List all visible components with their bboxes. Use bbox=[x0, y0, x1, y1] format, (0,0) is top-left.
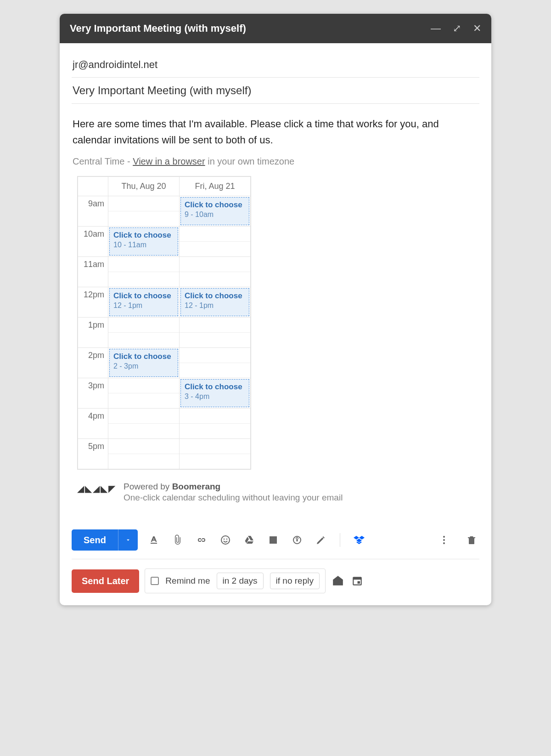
compose-window: Very Important Meeting (with myself) — ⤢… bbox=[60, 14, 491, 605]
time-slot[interactable]: Click to choose12 - 1pm bbox=[180, 288, 249, 316]
boomerang-logo-icon: ◢◣◢◣◤ bbox=[77, 482, 116, 494]
help-icon[interactable]: ? bbox=[331, 574, 345, 588]
hour-label: 2pm bbox=[78, 348, 108, 378]
day-header: Fri, Aug 21 bbox=[180, 177, 251, 196]
timezone-prefix: Central Time - bbox=[73, 156, 133, 166]
to-field[interactable]: jr@androidintel.net bbox=[72, 52, 479, 78]
remind-condition-select[interactable]: if no reply bbox=[270, 573, 320, 589]
time-slot[interactable]: Click to choose9 - 10am bbox=[180, 197, 249, 225]
empty-cell bbox=[108, 318, 180, 348]
close-icon[interactable]: ✕ bbox=[473, 23, 481, 34]
powered-line1: Powered by Boomerang bbox=[124, 482, 343, 492]
time-slot[interactable]: Click to choose12 - 1pm bbox=[109, 288, 178, 316]
remind-label: Remind me bbox=[165, 576, 210, 586]
empty-cell bbox=[180, 257, 251, 287]
hour-label: 4pm bbox=[78, 409, 108, 439]
hour-label: 9am bbox=[78, 196, 108, 227]
window-title: Very Important Meeting (with myself) bbox=[70, 23, 246, 34]
body-text[interactable]: Here are some times that I'm available. … bbox=[72, 104, 479, 156]
hour-label: 10am bbox=[78, 227, 108, 257]
svg-point-1 bbox=[224, 539, 225, 540]
svg-point-6 bbox=[443, 539, 445, 541]
send-button-group: Send bbox=[72, 529, 138, 551]
send-dropdown[interactable] bbox=[118, 529, 138, 551]
emoji-icon[interactable] bbox=[218, 532, 233, 548]
timezone-suffix: in your own timezone bbox=[205, 156, 295, 166]
availability-calendar: Thu, Aug 20Fri, Aug 219amClick to choose… bbox=[77, 176, 251, 470]
svg-rect-11 bbox=[358, 581, 360, 583]
subject-field[interactable]: Very Important Meeting (with myself) bbox=[72, 78, 479, 104]
empty-cell bbox=[180, 409, 251, 439]
empty-cell bbox=[180, 348, 251, 378]
attach-file-icon[interactable] bbox=[170, 532, 186, 548]
svg-point-0 bbox=[221, 536, 230, 544]
delete-icon[interactable] bbox=[464, 532, 479, 548]
hour-label: 1pm bbox=[78, 318, 108, 348]
empty-cell bbox=[180, 227, 251, 257]
timezone-line: Central Time - View in a browser in your… bbox=[72, 156, 479, 173]
hour-label: 12pm bbox=[78, 287, 108, 318]
expand-icon[interactable]: ⤢ bbox=[453, 23, 461, 34]
svg-rect-4 bbox=[296, 539, 298, 541]
day-header: Thu, Aug 20 bbox=[108, 177, 180, 196]
time-slot[interactable]: Click to choose10 - 11am bbox=[109, 227, 178, 256]
hour-label: 11am bbox=[78, 257, 108, 287]
svg-text:?: ? bbox=[336, 579, 339, 585]
pen-icon[interactable] bbox=[313, 532, 329, 548]
view-in-browser-link[interactable]: View in a browser bbox=[133, 156, 205, 166]
time-slot[interactable]: Click to choose3 - 4pm bbox=[180, 379, 249, 407]
confidential-mode-icon[interactable] bbox=[289, 532, 305, 548]
empty-cell bbox=[108, 378, 180, 409]
insert-image-icon[interactable] bbox=[265, 532, 281, 548]
dropbox-icon[interactable] bbox=[351, 532, 367, 548]
hour-label: 3pm bbox=[78, 378, 108, 409]
powered-line2: One-click calendar scheduling without le… bbox=[124, 493, 343, 503]
toolbar-divider bbox=[340, 533, 340, 547]
calendar-icon[interactable] bbox=[350, 574, 364, 588]
send-button[interactable]: Send bbox=[72, 529, 118, 551]
powered-by: ◢◣◢◣◤ Powered by Boomerang One-click cal… bbox=[72, 475, 479, 517]
empty-cell bbox=[108, 409, 180, 439]
svg-point-5 bbox=[443, 536, 445, 538]
empty-cell bbox=[180, 318, 251, 348]
remind-group: Remind me in 2 days if no reply bbox=[145, 568, 326, 593]
empty-cell bbox=[108, 257, 180, 287]
empty-cell bbox=[180, 439, 251, 469]
time-slot[interactable]: Click to choose2 - 3pm bbox=[109, 349, 178, 377]
svg-rect-10 bbox=[353, 578, 361, 580]
drive-icon[interactable] bbox=[242, 532, 257, 548]
insert-link-icon[interactable] bbox=[194, 532, 209, 548]
empty-cell bbox=[108, 439, 180, 469]
send-later-button[interactable]: Send Later bbox=[72, 569, 139, 593]
remind-checkbox[interactable] bbox=[151, 577, 159, 585]
empty-cell bbox=[108, 196, 180, 227]
more-options-icon[interactable] bbox=[436, 532, 452, 548]
svg-point-7 bbox=[443, 542, 445, 544]
window-titlebar: Very Important Meeting (with myself) — ⤢… bbox=[60, 14, 491, 43]
format-text-icon[interactable] bbox=[146, 532, 162, 548]
window-controls: — ⤢ ✕ bbox=[431, 23, 481, 34]
minimize-icon[interactable]: — bbox=[431, 23, 441, 34]
hour-label: 5pm bbox=[78, 439, 108, 469]
remind-when-select[interactable]: in 2 days bbox=[217, 573, 264, 589]
boomerang-bar: Send Later Remind me in 2 days if no rep… bbox=[60, 559, 491, 605]
svg-point-2 bbox=[226, 539, 228, 540]
compose-toolbar: Send bbox=[60, 521, 491, 559]
